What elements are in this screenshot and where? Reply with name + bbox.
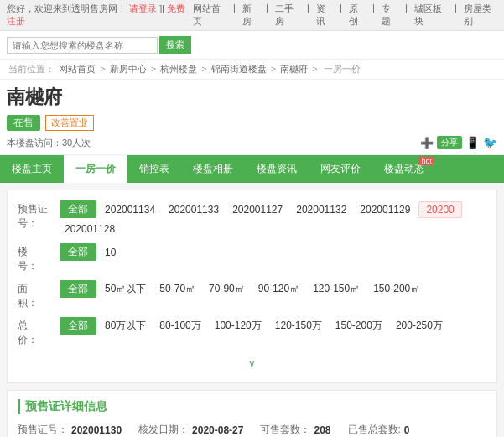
area-150-200[interactable]: 150-200㎡ bbox=[368, 280, 425, 298]
detail-row: 预售证号： 202001130 核发日期： 2020-08-27 可售套数： 2… bbox=[18, 423, 486, 437]
share-button[interactable]: 分享 bbox=[437, 136, 462, 149]
presale-code-6[interactable]: 20200 bbox=[418, 201, 461, 218]
area-120-150[interactable]: 120-150㎡ bbox=[308, 280, 365, 298]
login-link[interactable]: 请登录 bbox=[129, 3, 157, 13]
top-bar: 您好，欢迎来到透明售房网！ 请登录 ][ 免费注册 网站首页 | 新房 | 二手… bbox=[0, 0, 504, 31]
area-50-70[interactable]: 50-70㎡ bbox=[154, 280, 200, 298]
chevron-down-icon: ∨ bbox=[248, 357, 256, 369]
search-bar: 搜索 bbox=[0, 31, 504, 60]
nav-news[interactable]: 资讯 bbox=[316, 3, 333, 28]
breadcrumb-sep5: > bbox=[312, 64, 320, 74]
filter-section: 预售证号： 全部 202001134 202001133 202001127 2… bbox=[7, 190, 497, 383]
tab-album[interactable]: 楼盘相册 bbox=[181, 155, 245, 183]
greeting-text: 您好，欢迎来到透明售房网！ bbox=[7, 3, 127, 13]
detail-approval-date: 核发日期： 2020-08-27 bbox=[138, 423, 243, 437]
area-all-btn[interactable]: 全部 bbox=[60, 280, 96, 298]
detail-presale-value: 202001130 bbox=[71, 424, 122, 436]
detail-approval-value: 2020-08-27 bbox=[192, 424, 243, 436]
breadcrumb-home[interactable]: 网站首页 bbox=[59, 64, 96, 74]
hot-badge: hot bbox=[418, 157, 434, 165]
tags-row: 在售 改善置业 bbox=[7, 115, 497, 131]
nav-type[interactable]: 房屋类别 bbox=[464, 3, 497, 28]
breadcrumb-street[interactable]: 锦南街道楼盘 bbox=[211, 64, 267, 74]
breadcrumb-project[interactable]: 南樾府 bbox=[280, 64, 308, 74]
share-label: 分享 bbox=[441, 137, 458, 148]
filter-building-label: 楼 号： bbox=[18, 243, 60, 273]
tab-news[interactable]: 楼盘动态 hot bbox=[372, 155, 436, 183]
search-input[interactable] bbox=[7, 37, 158, 54]
detail-sold: 已售总套数: 0 bbox=[348, 423, 410, 437]
presale-code-1[interactable]: 202001134 bbox=[100, 202, 160, 217]
detail-section: 预售证详细信息 预售证号： 202001130 核发日期： 2020-08-27… bbox=[7, 390, 497, 437]
tag-sale: 在售 bbox=[7, 115, 40, 131]
detail-available-value: 208 bbox=[314, 424, 330, 436]
detail-approval-label: 核发日期： bbox=[138, 423, 189, 437]
price-200-250[interactable]: 200-250万 bbox=[391, 317, 448, 335]
price-80-below[interactable]: 80万以下 bbox=[100, 317, 151, 335]
breadcrumb: 当前位置： 网站首页 > 新房中心 > 杭州楼盘 > 锦南街道楼盘 > 南樾府 … bbox=[0, 60, 504, 80]
search-button[interactable]: 搜索 bbox=[159, 36, 191, 54]
nav-home[interactable]: 网站首页 bbox=[193, 3, 226, 28]
building-10[interactable]: 10 bbox=[100, 245, 121, 260]
price-100-120[interactable]: 100-120万 bbox=[210, 317, 267, 335]
tab-review[interactable]: 网友评价 bbox=[309, 155, 372, 183]
filter-area-label: 面 积： bbox=[18, 280, 60, 310]
price-120-150[interactable]: 120-150万 bbox=[270, 317, 327, 335]
presale-code-2[interactable]: 202001133 bbox=[164, 202, 224, 217]
nav-special[interactable]: 专题 bbox=[382, 3, 398, 28]
breadcrumb-hz[interactable]: 杭州楼盘 bbox=[160, 64, 197, 74]
breadcrumb-sep2: > bbox=[151, 64, 158, 74]
visit-row: 本楼盘访问：30人次 ➕ 分享 📱 🐦 bbox=[7, 134, 497, 151]
breadcrumb-current: 一房一价 bbox=[324, 64, 361, 74]
presale-code-3[interactable]: 202001127 bbox=[227, 202, 288, 217]
top-nav: 网站首页 | 新房 | 二手房 | 资讯 | 原创 | 专题 | 城区板块 | … bbox=[193, 3, 497, 28]
filter-price-values: 全部 80万以下 80-100万 100-120万 120-150万 150-2… bbox=[60, 317, 486, 335]
detail-title: 预售证详细信息 bbox=[18, 399, 486, 414]
tab-sales[interactable]: 销控表 bbox=[127, 155, 181, 183]
filter-price-label: 总 价： bbox=[18, 317, 60, 347]
visit-count: 本楼盘访问：30人次 bbox=[7, 137, 91, 149]
breadcrumb-new-house[interactable]: 新房中心 bbox=[110, 64, 147, 74]
breadcrumb-sep3: > bbox=[201, 64, 209, 74]
presale-all-btn[interactable]: 全部 bbox=[60, 200, 96, 218]
filter-building-values: 全部 10 bbox=[60, 243, 486, 261]
filter-building-row: 楼 号： 全部 10 bbox=[18, 243, 486, 273]
page-title: 南樾府 bbox=[7, 85, 497, 110]
nav-second-hand[interactable]: 二手房 bbox=[275, 3, 300, 28]
area-90-120[interactable]: 90-120㎡ bbox=[253, 280, 304, 298]
share-area: ➕ 分享 📱 🐦 bbox=[420, 136, 497, 149]
detail-available: 可售套数： 208 bbox=[260, 423, 330, 437]
tag-improve[interactable]: 改善置业 bbox=[45, 115, 94, 131]
price-150-200[interactable]: 150-200万 bbox=[330, 317, 387, 335]
detail-sold-label: 已售总套数: bbox=[348, 423, 401, 437]
detail-presale-no: 预售证号： 202001130 bbox=[18, 423, 122, 437]
presale-code-4[interactable]: 202001132 bbox=[291, 202, 351, 217]
filter-presale-values: 全部 202001134 202001133 202001127 2020011… bbox=[60, 200, 486, 237]
area-70-90[interactable]: 70-90㎡ bbox=[204, 280, 250, 298]
price-80-100[interactable]: 80-100万 bbox=[154, 317, 205, 335]
detail-presale-label: 预售证号： bbox=[18, 423, 68, 437]
add-icon: ➕ bbox=[420, 137, 434, 149]
filter-price-row: 总 价： 全部 80万以下 80-100万 100-120万 120-150万 … bbox=[18, 317, 486, 347]
breadcrumb-sep4: > bbox=[271, 64, 278, 74]
tab-main[interactable]: 楼盘主页 bbox=[0, 155, 64, 183]
price-all-btn[interactable]: 全部 bbox=[60, 317, 96, 335]
presale-code-5[interactable]: 202001129 bbox=[355, 202, 415, 217]
page-title-area: 南樾府 在售 改善置业 本楼盘访问：30人次 ➕ 分享 📱 🐦 bbox=[0, 80, 504, 155]
building-all-btn[interactable]: 全部 bbox=[60, 243, 96, 261]
filter-area-row: 面 积： 全部 50㎡以下 50-70㎡ 70-90㎡ 90-120㎡ 120-… bbox=[18, 280, 486, 310]
wechat-icon[interactable]: 📱 bbox=[465, 136, 480, 149]
detail-available-label: 可售套数： bbox=[260, 423, 310, 437]
area-50-below[interactable]: 50㎡以下 bbox=[100, 280, 151, 298]
more-row[interactable]: ∨ bbox=[18, 354, 486, 372]
nav-original[interactable]: 原创 bbox=[349, 3, 366, 28]
tab-info[interactable]: 楼盘资讯 bbox=[245, 155, 309, 183]
nav-tabs: 楼盘主页 一房一价 销控表 楼盘相册 楼盘资讯 网友评价 楼盘动态 hot bbox=[0, 155, 504, 183]
weibo-icon[interactable]: 🐦 bbox=[483, 136, 497, 149]
nav-new-house[interactable]: 新房 bbox=[242, 3, 259, 28]
filter-area-values: 全部 50㎡以下 50-70㎡ 70-90㎡ 90-120㎡ 120-150㎡ … bbox=[60, 280, 486, 298]
nav-district[interactable]: 城区板块 bbox=[414, 3, 448, 28]
tab-price[interactable]: 一房一价 bbox=[64, 155, 127, 183]
presale-code-7[interactable]: 202001128 bbox=[60, 221, 120, 237]
top-bar-greeting: 您好，欢迎来到透明售房网！ 请登录 ][ 免费注册 bbox=[7, 3, 193, 28]
